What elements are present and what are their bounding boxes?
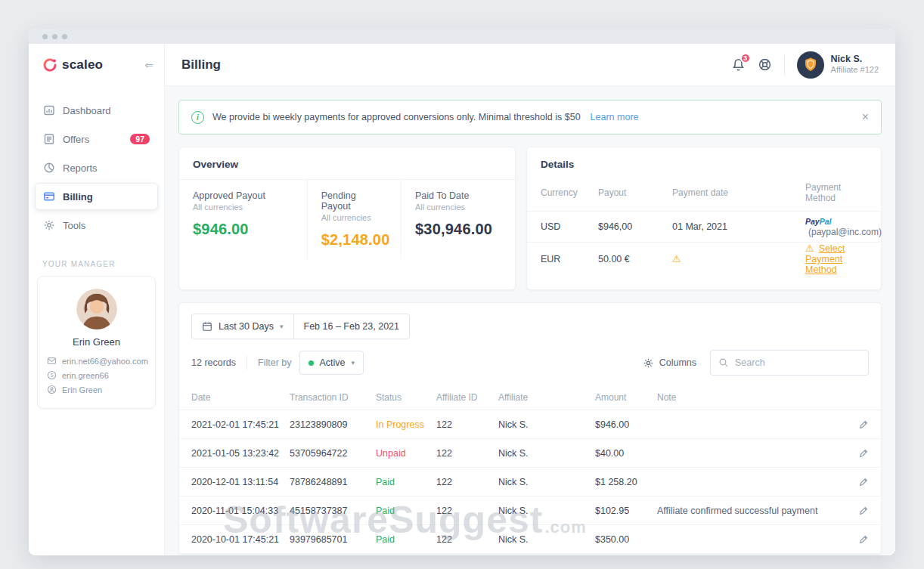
sidebar-item-billing[interactable]: Billing — [35, 183, 158, 210]
sidebar-item-reports[interactable]: Reports — [35, 154, 158, 181]
stat-approved-payout: Approved Payout All currencies $946.00 — [179, 180, 307, 259]
status-cell: Unpaid — [376, 448, 433, 459]
manager-section-label: YOUR MANAGER — [42, 260, 164, 268]
sidebar-item-label: Reports — [63, 162, 98, 174]
records-count: 12 records — [191, 357, 236, 368]
scaleo-logo[interactable]: scaleo — [42, 57, 103, 73]
date-cell: 2020-10-01 17:45:21 — [191, 534, 287, 545]
learn-more-link[interactable]: Learn more — [591, 112, 639, 122]
scaleo-logo-icon — [42, 57, 57, 73]
stat-label: Pending Payout — [321, 190, 387, 212]
search-icon — [718, 357, 729, 368]
table-row: 2021-01-05 13:23:42 53705964722 Unpaid 1… — [179, 439, 881, 468]
page-content: i We provide bi weekly payments for appr… — [165, 86, 895, 555]
banner-close-icon[interactable]: × — [862, 111, 869, 123]
affiliate-id-cell: 122 — [436, 506, 495, 516]
chevron-down-icon: ▾ — [280, 323, 284, 330]
manager-messenger: Erin Green — [62, 385, 102, 394]
stat-label: Paid To Date — [415, 190, 501, 201]
window-minimize-dot[interactable] — [52, 34, 57, 39]
details-header-row: Currency Payout Payment date Payment Met… — [527, 179, 881, 212]
status-cell: Paid — [376, 534, 433, 545]
sidebar-item-offers[interactable]: Offers 97 — [35, 125, 158, 153]
amount-cell: $350.00 — [595, 534, 654, 545]
sidebar-item-tools[interactable]: Tools — [35, 212, 158, 239]
pencil-icon — [858, 506, 869, 516]
stat-sublabel: All currencies — [321, 213, 387, 222]
details-col-payment-date: Payment date — [672, 187, 792, 198]
active-status-dot — [309, 360, 314, 366]
notifications-button[interactable]: 3 — [731, 57, 746, 72]
offers-count-badge: 97 — [130, 134, 150, 145]
payments-info-banner: i We provide bi weekly payments for appr… — [178, 100, 882, 135]
sidebar-collapse-icon[interactable]: ⇐ — [144, 59, 153, 71]
table-header-row: Date Transaction ID Status Affiliate ID … — [179, 385, 881, 410]
sidebar-item-label: Billing — [63, 191, 93, 203]
stat-value: $946.00 — [193, 221, 293, 238]
date-range-preset-label: Last 30 Days — [219, 321, 274, 332]
payment-date-cell: 01 Mar, 2021 — [672, 221, 792, 232]
help-button[interactable] — [758, 57, 772, 72]
edit-row-button[interactable] — [858, 534, 869, 545]
details-col-payout: Payout — [598, 187, 659, 198]
details-row-eur: EUR 50.00 € ⚠ ⚠Select Payment Method — [527, 242, 881, 272]
stat-sublabel: All currencies — [415, 203, 501, 212]
affiliate-cell: Nick S. — [498, 534, 592, 545]
transaction-id-cell: 53705964722 — [290, 448, 373, 459]
paypal-logo: Pay — [805, 217, 820, 226]
edit-row-button[interactable] — [858, 419, 869, 430]
table-row: 2020-11-01 15:04:33 45158737387 Paid 122… — [179, 496, 881, 525]
status-cell: Paid — [376, 506, 433, 516]
edit-row-button[interactable] — [858, 477, 869, 487]
manager-messenger-row: Erin Green — [47, 385, 146, 394]
sidebar-item-dashboard[interactable]: Dashboard — [35, 97, 158, 124]
affiliate-cell: Nick S. — [498, 448, 592, 459]
search-input[interactable] — [735, 357, 860, 368]
transaction-id-cell: 23123890809 — [290, 419, 373, 430]
warning-icon: ⚠ — [672, 253, 792, 264]
col-status: Status — [376, 392, 433, 403]
sidebar-item-label: Tools — [63, 220, 85, 231]
edit-row-button[interactable] — [858, 506, 869, 516]
stat-paid-to-date: Paid To Date All currencies $30,946.00 — [401, 180, 515, 259]
table-row: 2020-10-01 17:45:21 93979685701 Paid 122… — [179, 525, 881, 554]
date-range-preset[interactable]: Last 30 Days ▾ — [192, 314, 293, 339]
manager-email: erin.net66@yahoo.com — [62, 357, 148, 366]
columns-button[interactable]: Columns — [643, 357, 696, 369]
status-filter-dropdown[interactable]: Active ▾ — [299, 351, 364, 375]
user-name: Nick S. — [831, 54, 879, 66]
banner-text: We provide bi weekly payments for approv… — [212, 112, 581, 122]
calendar-icon — [202, 321, 212, 332]
window-maximize-dot[interactable] — [62, 34, 67, 39]
affiliate-id-cell: 122 — [436, 477, 495, 487]
affiliate-id-cell: 122 — [436, 448, 495, 459]
manager-avatar — [76, 289, 117, 329]
window-close-dot[interactable] — [42, 34, 48, 39]
status-cell: Paid — [376, 477, 433, 487]
manager-card: Erin Green erin.net66@yahoo.com erin.gre… — [37, 276, 156, 409]
stat-pending-payout: Pending Payout All currencies $2,148.00 — [307, 180, 401, 259]
sidebar: scaleo ⇐ Dashboard Offers 97 — [29, 44, 165, 555]
amount-cell: $40.00 — [595, 448, 654, 459]
amount-cell: $102.95 — [595, 506, 654, 516]
affiliate-cell: Nick S. — [498, 419, 592, 430]
tools-gear-icon — [43, 219, 55, 231]
details-col-payment-method: Payment Method — [805, 182, 867, 203]
sidebar-nav: Dashboard Offers 97 Reports — [29, 86, 164, 240]
transaction-id-cell: 93979685701 — [290, 534, 373, 545]
date-cell: 2021-01-05 13:23:42 — [191, 448, 287, 459]
billing-icon — [43, 190, 55, 203]
user-avatar — [797, 51, 824, 79]
user-menu[interactable]: Nick S. Affiliate #122 — [797, 51, 879, 79]
pencil-icon — [858, 477, 869, 487]
date-range-dates[interactable]: Feb 16 – Feb 23, 2021 — [293, 314, 409, 339]
edit-row-button[interactable] — [858, 448, 869, 459]
overview-title: Overview — [179, 147, 515, 180]
stat-label: Approved Payout — [193, 190, 293, 201]
transaction-id-cell: 78786248891 — [290, 477, 373, 487]
filter-by-label: Filter by — [258, 357, 291, 368]
skype-icon — [47, 370, 57, 380]
affiliate-cell: Nick S. — [498, 477, 592, 487]
pencil-icon — [858, 419, 869, 430]
currency-cell: USD — [541, 221, 584, 232]
